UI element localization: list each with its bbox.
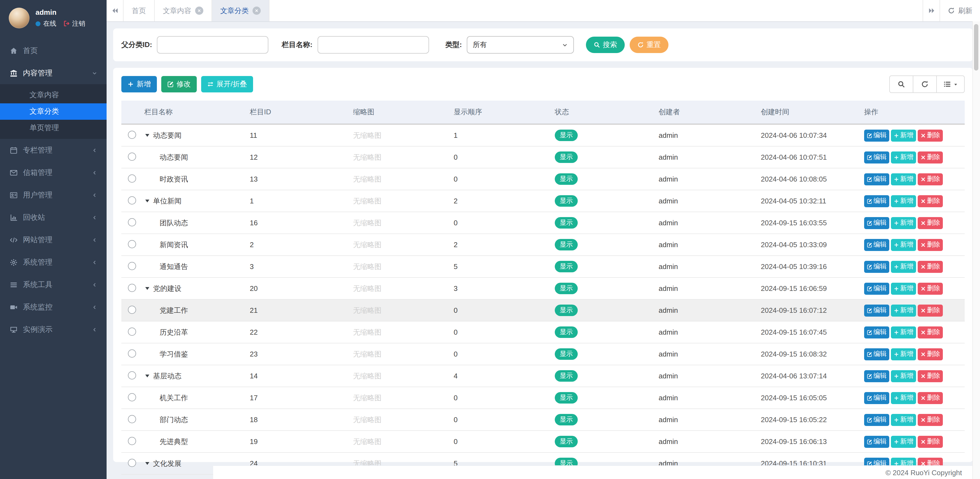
row-radio[interactable] xyxy=(128,152,136,161)
row-add-button[interactable]: 新增 xyxy=(891,326,916,338)
row-add-button[interactable]: 新增 xyxy=(891,129,916,142)
row-delete-button[interactable]: 删除 xyxy=(918,151,943,163)
row-edit-button[interactable]: 编辑 xyxy=(864,195,889,207)
tab-article-content[interactable]: 文章内容 xyxy=(155,0,212,21)
vertical-scrollbar[interactable] xyxy=(972,21,980,479)
row-radio[interactable] xyxy=(128,349,136,357)
row-edit-button[interactable]: 编辑 xyxy=(864,282,889,294)
row-edit-button[interactable]: 编辑 xyxy=(864,414,889,426)
sidebar-item-user-mgmt[interactable]: 用户管理 xyxy=(0,184,107,206)
row-add-button[interactable]: 新增 xyxy=(891,151,916,163)
close-icon[interactable] xyxy=(253,6,261,15)
tabs-scroll-left-button[interactable] xyxy=(107,0,124,21)
row-radio[interactable] xyxy=(128,196,136,204)
parent-id-input[interactable] xyxy=(157,36,269,54)
row-delete-button[interactable]: 删除 xyxy=(918,261,943,272)
row-delete-button[interactable]: 删除 xyxy=(918,304,943,316)
row-edit-button[interactable]: 编辑 xyxy=(864,239,889,251)
tree-expand-icon[interactable] xyxy=(144,198,150,204)
row-add-button[interactable]: 新增 xyxy=(891,261,916,272)
row-radio[interactable] xyxy=(128,306,136,313)
scrollbar-thumb[interactable] xyxy=(974,24,978,70)
row-add-button[interactable]: 新增 xyxy=(891,436,916,447)
tree-expand-icon[interactable] xyxy=(144,373,150,379)
category-name-input[interactable] xyxy=(317,36,429,54)
refresh-table-button[interactable] xyxy=(913,75,937,93)
row-delete-button[interactable]: 删除 xyxy=(918,326,943,338)
type-select[interactable]: 所有 xyxy=(467,36,574,54)
table-row[interactable]: 部门动态 18 无缩略图 0 显示 admin 2024-09-15 16:05… xyxy=(121,409,965,431)
row-edit-button[interactable]: 编辑 xyxy=(864,151,889,163)
row-delete-button[interactable]: 删除 xyxy=(918,217,943,229)
row-radio[interactable] xyxy=(128,393,136,401)
sidebar-item-system-monitor[interactable]: 系统监控 xyxy=(0,296,107,318)
tree-expand-icon[interactable] xyxy=(144,460,150,466)
row-delete-button[interactable]: 删除 xyxy=(918,239,943,251)
sidebar-item-article-content[interactable]: 文章内容 xyxy=(0,87,107,103)
row-add-button[interactable]: 新增 xyxy=(891,304,916,316)
table-row[interactable]: 动态要闻 11 无缩略图 1 显示 admin 2024-04-06 10:07… xyxy=(121,124,965,146)
sidebar-item-article-category[interactable]: 文章分类 xyxy=(0,103,107,120)
table-row[interactable]: 党建工作 21 无缩略图 0 显示 admin 2024-09-15 16:07… xyxy=(121,299,965,321)
row-edit-button[interactable]: 编辑 xyxy=(864,436,889,447)
columns-button[interactable] xyxy=(936,75,965,93)
row-radio[interactable] xyxy=(128,371,136,379)
sidebar-item-recycle-bin[interactable]: 回收站 xyxy=(0,206,107,229)
table-row[interactable]: 单位新闻 1 无缩略图 2 显示 admin 2024-04-05 10:32:… xyxy=(121,190,965,212)
table-row[interactable]: 动态要闻 12 无缩略图 0 显示 admin 2024-04-06 10:07… xyxy=(121,146,965,168)
tabs-scroll-right-button[interactable] xyxy=(923,0,940,21)
sidebar-item-column-mgmt[interactable]: 专栏管理 xyxy=(0,139,107,161)
row-radio[interactable] xyxy=(128,130,136,138)
row-edit-button[interactable]: 编辑 xyxy=(864,392,889,404)
tree-expand-icon[interactable] xyxy=(144,132,150,138)
logout-button[interactable]: 注销 xyxy=(64,19,85,28)
show-search-button[interactable] xyxy=(889,75,913,93)
sidebar-item-single-page[interactable]: 单页管理 xyxy=(0,120,107,136)
row-delete-button[interactable]: 删除 xyxy=(918,414,943,426)
row-edit-button[interactable]: 编辑 xyxy=(864,370,889,382)
row-add-button[interactable]: 新增 xyxy=(891,239,916,251)
tree-expand-icon[interactable] xyxy=(144,285,150,291)
expand-collapse-button[interactable]: 展开/折叠 xyxy=(201,76,253,92)
table-row[interactable]: 历史沿革 22 无缩略图 0 显示 admin 2024-09-15 16:07… xyxy=(121,321,965,343)
row-add-button[interactable]: 新增 xyxy=(891,217,916,229)
sidebar-item-website-mgmt[interactable]: 网站管理 xyxy=(0,229,107,251)
table-row[interactable]: 先进典型 19 无缩略图 0 显示 admin 2024-09-15 16:06… xyxy=(121,431,965,452)
row-radio[interactable] xyxy=(128,458,136,467)
add-button[interactable]: 新增 xyxy=(121,76,157,92)
row-delete-button[interactable]: 删除 xyxy=(918,195,943,207)
row-edit-button[interactable]: 编辑 xyxy=(864,261,889,272)
row-edit-button[interactable]: 编辑 xyxy=(864,304,889,316)
row-radio[interactable] xyxy=(128,283,136,292)
table-row[interactable]: 团队动态 16 无缩略图 0 显示 admin 2024-09-15 16:03… xyxy=(121,212,965,234)
row-edit-button[interactable]: 编辑 xyxy=(864,326,889,338)
tab-home[interactable]: 首页 xyxy=(124,0,155,21)
row-edit-button[interactable]: 编辑 xyxy=(864,129,889,142)
table-row[interactable]: 党的建设 20 无缩略图 3 显示 admin 2024-09-15 16:06… xyxy=(121,277,965,299)
row-edit-button[interactable]: 编辑 xyxy=(864,348,889,360)
row-edit-button[interactable]: 编辑 xyxy=(864,217,889,229)
table-row[interactable]: 基层动态 14 无缩略图 4 显示 admin 2024-04-06 13:07… xyxy=(121,365,965,387)
close-icon[interactable] xyxy=(195,6,203,15)
row-radio[interactable] xyxy=(128,218,136,226)
row-radio[interactable] xyxy=(128,327,136,336)
row-radio[interactable] xyxy=(128,415,136,423)
row-delete-button[interactable]: 删除 xyxy=(918,282,943,294)
avatar[interactable] xyxy=(9,8,30,29)
table-row[interactable]: 时政资讯 13 无缩略图 0 显示 admin 2024-04-06 10:08… xyxy=(121,168,965,190)
refresh-tab-button[interactable]: 刷新 xyxy=(940,0,980,21)
sidebar-item-system-mgmt[interactable]: 系统管理 xyxy=(0,251,107,274)
sidebar-item-content-mgmt[interactable]: 内容管理 xyxy=(0,62,107,84)
row-delete-button[interactable]: 删除 xyxy=(918,370,943,382)
row-radio[interactable] xyxy=(128,437,136,445)
row-add-button[interactable]: 新增 xyxy=(891,282,916,294)
table-row[interactable]: 学习借鉴 23 无缩略图 0 显示 admin 2024-09-15 16:08… xyxy=(121,343,965,365)
row-delete-button[interactable]: 删除 xyxy=(918,392,943,404)
row-delete-button[interactable]: 删除 xyxy=(918,348,943,360)
sidebar-item-mailbox-mgmt[interactable]: 信箱管理 xyxy=(0,161,107,184)
row-add-button[interactable]: 新增 xyxy=(891,348,916,360)
table-row[interactable]: 通知通告 3 无缩略图 5 显示 admin 2024-04-05 10:39:… xyxy=(121,256,965,277)
row-add-button[interactable]: 新增 xyxy=(891,173,916,185)
search-button[interactable]: 搜索 xyxy=(586,37,625,53)
row-delete-button[interactable]: 删除 xyxy=(918,173,943,185)
